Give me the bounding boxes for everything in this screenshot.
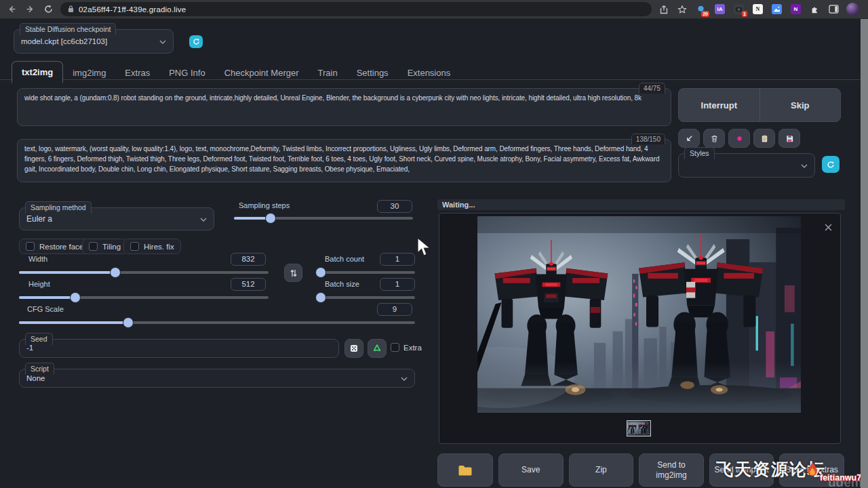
styles-refresh-button[interactable] [822, 156, 840, 173]
checkbox-icon [89, 242, 98, 251]
page-scrollbar[interactable] [861, 19, 868, 488]
tab-settings[interactable]: Settings [347, 62, 398, 83]
extension-onenote-icon[interactable]: N [789, 3, 802, 15]
tiling-checkbox[interactable]: Tiling [82, 239, 127, 254]
batch-size-slider[interactable] [317, 296, 415, 299]
restore-faces-label: Restore faces [39, 243, 87, 251]
prompt-text: wide shot angle, a (gundam:0.8) robot st… [18, 89, 671, 125]
swap-dimensions-button[interactable] [284, 264, 302, 282]
extension-badge: 1 [742, 11, 747, 17]
dice-icon [349, 344, 359, 353]
negative-prompt-text: text, logo, watermark, (worst quality, l… [18, 140, 671, 182]
reload-icon[interactable] [42, 3, 54, 16]
paste-params-button[interactable] [678, 129, 700, 148]
tab-png-info[interactable]: PNG Info [159, 62, 214, 83]
sampling-method-label: Sampling method [25, 201, 92, 214]
hires-fix-checkbox[interactable]: Hires. fix [123, 239, 181, 254]
open-folder-button[interactable] [437, 453, 493, 487]
refresh-icon [193, 38, 200, 45]
chevron-down-icon [801, 161, 808, 170]
tab-extras[interactable]: Extras [115, 62, 159, 83]
checkpoint-value: model.ckpt [cc6cb27103] [21, 37, 107, 45]
sampling-steps-input[interactable]: 30 [377, 200, 412, 213]
seed-input[interactable]: Seed -1 [19, 339, 339, 358]
sampling-method-dropdown[interactable]: Sampling method Euler a [19, 207, 214, 230]
height-label: Height [28, 280, 50, 288]
batch-count-slider[interactable] [317, 271, 415, 274]
sampling-steps-slider[interactable] [234, 217, 413, 220]
script-label: Script [25, 363, 54, 375]
arrow-down-left-icon [685, 134, 694, 143]
script-dropdown[interactable]: Script None [19, 369, 415, 388]
batch-count-input[interactable]: 1 [380, 253, 415, 266]
bookmark-star-icon[interactable] [676, 3, 688, 16]
width-group: Width 832 [19, 254, 269, 279]
checkpoint-dropdown[interactable]: Stable Diffusion checkpoint model.ckpt [… [14, 29, 174, 54]
extension-ia-icon[interactable]: IA [713, 3, 726, 15]
apply-style-button[interactable] [753, 129, 775, 148]
url-text: 02a56ff4-71ff-439e.gradio.live [79, 5, 186, 14]
extensions-puzzle-icon[interactable] [808, 3, 821, 15]
prompt-textarea[interactable]: 44/75 wide shot angle, a (gundam:0.8) ro… [17, 88, 671, 126]
gallery-thumbnail[interactable] [627, 420, 651, 436]
prompt-token-counter: 44/75 [639, 83, 665, 94]
sampling-steps-label: Sampling steps [239, 201, 290, 209]
mouse-cursor [416, 237, 431, 258]
random-seed-button[interactable] [344, 339, 363, 358]
batch-size-input[interactable]: 1 [380, 278, 415, 291]
width-input[interactable]: 832 [231, 253, 266, 266]
address-bar[interactable]: 02a56ff4-71ff-439e.gradio.live [60, 2, 652, 16]
script-value: None [26, 374, 45, 382]
skip-button[interactable]: Skip [760, 89, 841, 121]
tab-train[interactable]: Train [309, 62, 347, 83]
tiling-label: Tiling [102, 243, 121, 251]
browser-toolbar: 02a56ff4-71ff-439e.gradio.live 20 IA 1 N… [0, 0, 868, 19]
flame-icon [804, 461, 821, 479]
height-slider[interactable] [19, 296, 269, 299]
width-slider[interactable] [19, 271, 269, 274]
tab-txt2img[interactable]: txt2img [12, 61, 63, 83]
browser-menu-icon[interactable]: ⋮ [865, 4, 868, 14]
reuse-seed-button[interactable] [368, 339, 387, 358]
forward-icon[interactable] [24, 3, 36, 16]
save-style-button[interactable] [778, 129, 800, 148]
cfg-scale-input[interactable]: 9 [377, 303, 412, 316]
extra-networks-button[interactable] [728, 129, 750, 148]
styles-dropdown[interactable]: Styles [678, 153, 815, 178]
send-to-img2img-button[interactable]: Send to img2img [639, 453, 704, 487]
prompt-tool-row [678, 129, 800, 148]
swap-arrows-icon [290, 268, 298, 278]
site-info-lock-icon[interactable] [68, 3, 74, 16]
extension-notion-icon[interactable]: N [751, 3, 764, 15]
cfg-scale-slider[interactable] [19, 321, 415, 324]
extra-seed-checkbox[interactable]: Extra [391, 343, 422, 352]
share-icon[interactable] [658, 3, 670, 16]
negative-prompt-textarea[interactable]: 138/150 text, logo, watermark, (worst qu… [17, 139, 671, 182]
tab-img2img[interactable]: img2img [63, 62, 115, 83]
seed-value: -1 [20, 340, 338, 356]
interrupt-button[interactable]: Interrupt [679, 89, 760, 121]
back-icon[interactable] [5, 3, 18, 16]
extension-badge: 20 [701, 11, 709, 17]
negative-token-counter: 138/150 [631, 134, 665, 144]
pink-dot-icon [735, 134, 744, 143]
close-icon[interactable] [825, 222, 832, 234]
height-input[interactable]: 512 [231, 278, 266, 291]
profile-avatar[interactable] [846, 3, 859, 16]
side-panel-icon[interactable] [827, 3, 840, 15]
chevron-down-icon [159, 37, 166, 46]
extension-pin-icon[interactable]: 20 [694, 3, 707, 15]
zip-button[interactable]: Zip [569, 453, 634, 487]
extension-photos-icon[interactable] [770, 3, 783, 15]
tab-extensions[interactable]: Extensions [398, 62, 460, 83]
batch-count-group: Batch count 1 [317, 254, 415, 279]
chevron-down-icon [200, 214, 207, 224]
extension-capture-icon[interactable]: 1 [732, 3, 745, 15]
clear-prompt-button[interactable] [703, 129, 725, 148]
checkbox-icon [26, 242, 35, 251]
generated-image[interactable] [477, 216, 801, 413]
checkpoint-refresh-button[interactable] [189, 35, 203, 48]
save-button[interactable]: Save [498, 453, 564, 487]
tab-checkpoint-merger[interactable]: Checkpoint Merger [215, 62, 309, 83]
batch-size-group: Batch size 1 [317, 279, 415, 304]
